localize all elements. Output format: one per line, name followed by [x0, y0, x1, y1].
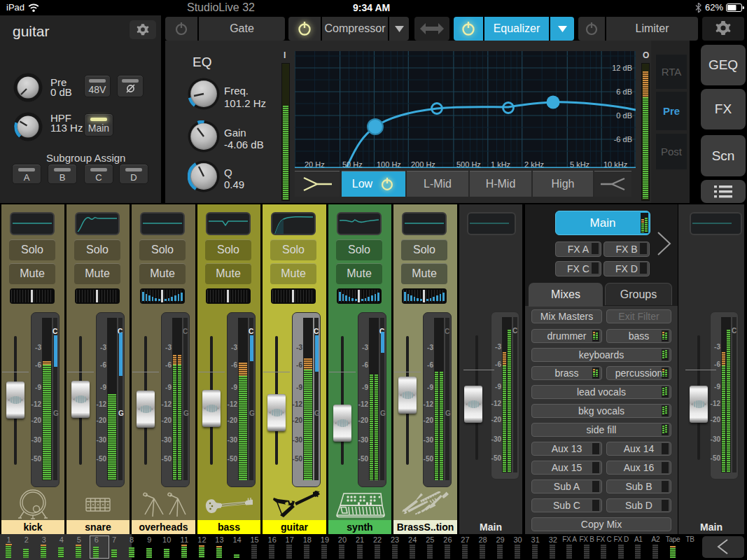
svg-text:6 dB: 6 dB	[616, 88, 632, 96]
svg-text:5 kHz: 5 kHz	[570, 160, 589, 168]
svg-text:1 kHz: 1 kHz	[491, 160, 510, 168]
svg-text:50 Hz: 50 Hz	[342, 160, 363, 168]
svg-text:20 Hz: 20 Hz	[305, 160, 325, 168]
svg-text:2 kHz: 2 kHz	[524, 160, 544, 168]
svg-text:200 Hz: 200 Hz	[411, 160, 435, 168]
svg-text:500 Hz: 500 Hz	[456, 160, 481, 168]
svg-text:-6 dB: -6 dB	[614, 135, 632, 144]
svg-text:100 Hz: 100 Hz	[377, 160, 401, 168]
svg-text:12 dB: 12 dB	[612, 64, 632, 72]
svg-text:10 kHz: 10 kHz	[603, 160, 627, 168]
svg-text:0 dB: 0 dB	[616, 111, 632, 120]
